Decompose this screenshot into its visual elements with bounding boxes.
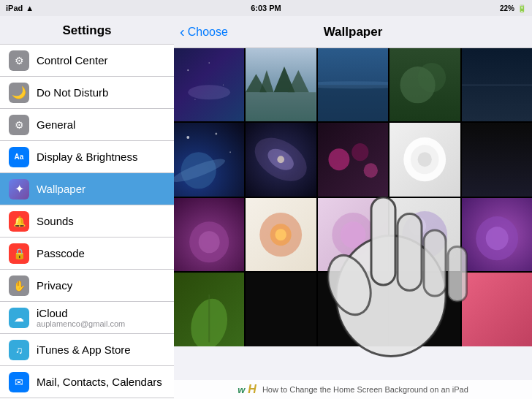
wallpaper-cell-12[interactable] — [246, 198, 316, 271]
icloud-icon: ☁ — [9, 308, 29, 328]
svg-point-4 — [188, 85, 230, 99]
svg-point-36 — [403, 211, 448, 258]
sounds-icon: 🔔 — [9, 211, 29, 232]
wifi-icon: ▲ — [26, 4, 34, 12]
do-not-disturb-icon: 🌙 — [9, 83, 29, 103]
svg-point-11 — [318, 81, 388, 88]
sidebar-item-sounds[interactable]: 🔔 Sounds — [0, 205, 174, 238]
main-layout: Settings ⚙ Control Center 🌙 Do Not Distu… — [0, 16, 532, 399]
wallpaper-cell-15[interactable] — [462, 198, 532, 271]
svg-point-19 — [229, 152, 231, 153]
wallpaper-cell-9[interactable] — [390, 123, 460, 196]
detail-title: Wallpaper — [324, 25, 383, 39]
itunes-icon: ♫ — [9, 340, 29, 360]
wallpaper-section: w H How to Change the Home Screen Backgr… — [174, 48, 532, 399]
svg-point-1 — [208, 62, 210, 64]
privacy-label: Privacy — [37, 279, 72, 292]
status-left: iPad ▲ — [6, 4, 34, 12]
detail-header: ‹ Choose Wallpaper — [174, 16, 532, 48]
svg-point-37 — [409, 217, 426, 235]
wiki-h-logo: H — [248, 383, 256, 396]
wallpaper-cell-10[interactable] — [462, 123, 532, 196]
wallpaper-grid[interactable] — [174, 48, 532, 346]
svg-rect-10 — [318, 85, 388, 121]
control-center-icon: ⚙ — [9, 50, 29, 71]
wallpaper-cell-7[interactable] — [246, 123, 316, 196]
svg-point-35 — [341, 221, 366, 248]
battery-icon: 🔋 — [517, 4, 526, 12]
wallpaper-cell-1[interactable] — [174, 48, 244, 121]
sidebar-title: Settings — [0, 16, 174, 45]
wallpaper-cell-5[interactable] — [462, 48, 532, 121]
privacy-icon: ✋ — [9, 276, 29, 296]
mail-icon: ✉ — [9, 372, 29, 392]
wallpaper-cell-16[interactable] — [174, 273, 244, 346]
sidebar-item-do-not-disturb[interactable]: 🌙 Do Not Disturb — [0, 77, 174, 109]
svg-point-0 — [187, 69, 189, 71]
general-icon: ⚙ — [9, 115, 29, 135]
wallpaper-cell-2[interactable] — [246, 48, 316, 121]
svg-point-28 — [418, 153, 432, 167]
wallpaper-cell-8[interactable] — [318, 123, 388, 196]
wallpaper-cell-4[interactable] — [390, 48, 460, 121]
svg-point-3 — [194, 99, 195, 100]
passcode-label: Passcode — [37, 247, 85, 259]
svg-point-22 — [278, 156, 285, 164]
back-button[interactable]: ‹ Choose — [180, 23, 228, 40]
sidebar-item-icloud[interactable]: ☁ iCloud auplamenco@gmail.com — [0, 302, 174, 334]
status-time: 6:03 PM — [251, 4, 281, 12]
svg-point-39 — [485, 227, 508, 250]
sidebar-item-control-center[interactable]: ⚙ Control Center — [0, 45, 174, 77]
svg-point-17 — [186, 136, 189, 139]
status-bar: iPad ▲ 6:03 PM 22% 🔋 — [0, 0, 532, 16]
passcode-icon: 🔒 — [9, 243, 29, 264]
icloud-text: iCloud auplamenco@gmail.com — [37, 307, 125, 328]
display-brightness-icon: Aa — [9, 147, 29, 167]
sidebar-item-general[interactable]: ⚙ General — [0, 109, 174, 141]
wallpaper-cell-17[interactable] — [246, 273, 316, 346]
wallpaper-cell-19[interactable] — [390, 273, 460, 346]
sidebar-item-passcode[interactable]: 🔒 Passcode — [0, 238, 174, 270]
svg-rect-5 — [246, 92, 316, 121]
sidebar-item-mail[interactable]: ✉ Mail, Contacts, Calendars — [0, 366, 174, 398]
wikihow-text: How to Change the Home Screen Background… — [262, 385, 468, 394]
wallpaper-icon: ✦ — [9, 179, 29, 200]
svg-point-2 — [223, 85, 224, 86]
mail-label: Mail, Contacts, Calendars — [37, 376, 162, 388]
svg-point-13 — [418, 63, 446, 92]
itunes-label: iTunes & App Store — [37, 343, 131, 356]
wallpaper-label: Wallpaper — [37, 183, 86, 195]
svg-point-18 — [215, 133, 217, 135]
wallpaper-cell-6[interactable] — [174, 123, 244, 196]
wallpaper-cell-13[interactable] — [318, 198, 388, 271]
svg-point-24 — [352, 144, 368, 162]
display-brightness-label: Display & Brightness — [37, 151, 137, 163]
battery-label: 22% — [500, 4, 514, 12]
sidebar-item-privacy[interactable]: ✋ Privacy — [0, 270, 174, 302]
sidebar: Settings ⚙ Control Center 🌙 Do Not Distu… — [0, 16, 174, 399]
wikihow-bar: w H How to Change the Home Screen Backgr… — [174, 380, 532, 399]
sidebar-item-itunes[interactable]: ♫ iTunes & App Store — [0, 334, 174, 366]
carrier-label: iPad — [6, 4, 23, 12]
back-chevron-icon: ‹ — [180, 23, 185, 40]
back-label: Choose — [188, 26, 228, 39]
icloud-label: iCloud — [37, 307, 125, 319]
svg-point-33 — [276, 229, 286, 240]
content-area: ‹ Choose Wallpaper — [174, 16, 532, 399]
svg-point-30 — [199, 231, 220, 253]
sidebar-item-display-brightness[interactable]: Aa Display & Brightness — [0, 141, 174, 173]
general-label: General — [37, 118, 75, 131]
do-not-disturb-label: Do Not Disturb — [37, 86, 108, 99]
status-right: 22% 🔋 — [500, 4, 526, 12]
wallpaper-cell-18[interactable] — [318, 273, 388, 346]
wallpaper-cell-3[interactable] — [318, 48, 388, 121]
sidebar-item-wallpaper[interactable]: ✦ Wallpaper — [0, 173, 174, 205]
svg-marker-8 — [288, 70, 309, 92]
wallpaper-cell-11[interactable] — [174, 198, 244, 271]
svg-point-25 — [363, 164, 377, 178]
svg-point-23 — [328, 149, 349, 171]
control-center-label: Control Center — [37, 54, 108, 66]
wallpaper-cell-20[interactable] — [462, 273, 532, 346]
icloud-sublabel: auplamenco@gmail.com — [37, 319, 125, 328]
wallpaper-cell-14[interactable] — [390, 198, 460, 271]
